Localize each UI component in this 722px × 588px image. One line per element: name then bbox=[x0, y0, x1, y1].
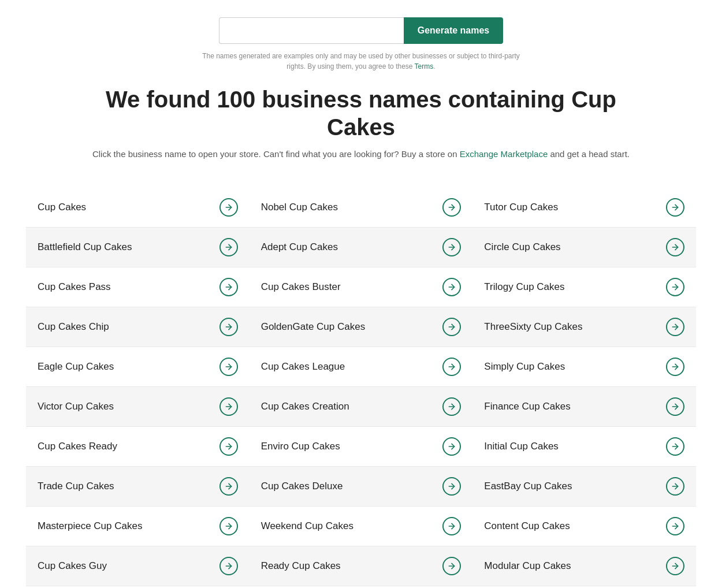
list-item[interactable]: ThreeSixty Cup Cakes bbox=[472, 307, 696, 347]
list-item[interactable]: Cup Cakes Guy bbox=[26, 546, 250, 586]
business-name: Cup Cakes Pass bbox=[38, 281, 111, 293]
business-name: Cup Cakes Ready bbox=[38, 441, 117, 452]
list-item[interactable]: Cup Cakes Pass bbox=[26, 267, 250, 307]
business-name: Cup Cakes Guy bbox=[38, 560, 107, 572]
business-name: Circle Cup Cakes bbox=[484, 241, 560, 253]
business-name: Cup Cakes Creation bbox=[261, 401, 349, 412]
business-name: Trade Cup Cakes bbox=[38, 481, 114, 492]
arrow-icon[interactable] bbox=[219, 278, 238, 296]
arrow-icon[interactable] bbox=[442, 557, 461, 575]
arrow-icon[interactable] bbox=[666, 397, 684, 416]
list-item[interactable]: Adept Cup Cakes bbox=[250, 228, 473, 267]
subtext: Click the business name to open your sto… bbox=[12, 149, 710, 159]
list-item[interactable]: GoldenGate Cup Cakes bbox=[250, 307, 473, 347]
arrow-icon[interactable] bbox=[442, 278, 461, 296]
search-row: Cup Cakes Generate names bbox=[12, 17, 710, 44]
business-name: Content Cup Cakes bbox=[484, 520, 570, 532]
business-name: EastBay Cup Cakes bbox=[484, 481, 572, 492]
arrow-icon[interactable] bbox=[666, 557, 684, 575]
arrow-icon[interactable] bbox=[442, 437, 461, 456]
list-item[interactable]: Nobel Cup Cakes bbox=[250, 188, 473, 228]
business-name: Enviro Cup Cakes bbox=[261, 441, 340, 452]
list-item[interactable]: EastBay Cup Cakes bbox=[472, 467, 696, 507]
arrow-icon[interactable] bbox=[442, 477, 461, 496]
arrow-icon[interactable] bbox=[666, 238, 684, 256]
business-name: Modular Cup Cakes bbox=[484, 560, 571, 572]
list-item[interactable]: Trilogy Cup Cakes bbox=[472, 267, 696, 307]
list-item[interactable]: Victor Cup Cakes bbox=[26, 387, 250, 427]
arrow-icon[interactable] bbox=[219, 437, 238, 456]
names-grid: Cup CakesNobel Cup CakesTutor Cup CakesB… bbox=[14, 188, 708, 588]
arrow-icon[interactable] bbox=[666, 318, 684, 336]
business-name: Simply Cup Cakes bbox=[484, 361, 565, 373]
arrow-icon[interactable] bbox=[442, 517, 461, 535]
arrow-icon[interactable] bbox=[219, 198, 238, 217]
arrow-icon[interactable] bbox=[219, 397, 238, 416]
business-name: Victor Cup Cakes bbox=[38, 401, 114, 412]
list-item[interactable]: Masterpiece Cup Cakes bbox=[26, 507, 250, 546]
business-name: Tutor Cup Cakes bbox=[484, 202, 558, 213]
arrow-icon[interactable] bbox=[442, 238, 461, 256]
list-item[interactable]: Cup Cakes Creation bbox=[250, 387, 473, 427]
arrow-icon[interactable] bbox=[666, 198, 684, 217]
list-item[interactable]: Cup Cakes bbox=[26, 188, 250, 228]
arrow-icon[interactable] bbox=[442, 198, 461, 217]
disclaimer-text: The names generated are examples only an… bbox=[199, 51, 523, 72]
arrow-icon[interactable] bbox=[219, 477, 238, 496]
list-item[interactable]: Battlefield Cup Cakes bbox=[26, 228, 250, 267]
list-item[interactable]: Ready Cup Cakes bbox=[250, 546, 473, 586]
arrow-icon[interactable] bbox=[666, 477, 684, 496]
business-name: Battlefield Cup Cakes bbox=[38, 241, 132, 253]
business-name: Cup Cakes bbox=[38, 202, 86, 213]
list-item[interactable]: Finance Cup Cakes bbox=[472, 387, 696, 427]
business-name: GoldenGate Cup Cakes bbox=[261, 321, 366, 333]
top-section: Cup Cakes Generate names The names gener… bbox=[0, 0, 722, 188]
business-name: Cup Cakes Deluxe bbox=[261, 481, 343, 492]
generate-button[interactable]: Generate names bbox=[404, 17, 504, 44]
arrow-icon[interactable] bbox=[219, 318, 238, 336]
list-item[interactable]: Initial Cup Cakes bbox=[472, 427, 696, 467]
business-name: Ready Cup Cakes bbox=[261, 560, 341, 572]
arrow-icon[interactable] bbox=[219, 238, 238, 256]
terms-link[interactable]: Terms bbox=[415, 62, 434, 70]
business-name: Masterpiece Cup Cakes bbox=[38, 520, 142, 532]
search-input[interactable]: Cup Cakes bbox=[219, 17, 404, 44]
list-item[interactable]: Cup Cakes League bbox=[250, 347, 473, 387]
list-item[interactable]: Eagle Cup Cakes bbox=[26, 347, 250, 387]
business-name: Cup Cakes League bbox=[261, 361, 345, 373]
arrow-icon[interactable] bbox=[219, 557, 238, 575]
arrow-icon[interactable] bbox=[442, 318, 461, 336]
business-name: Cup Cakes Chip bbox=[38, 321, 109, 333]
business-name: Trilogy Cup Cakes bbox=[484, 281, 564, 293]
business-name: Nobel Cup Cakes bbox=[261, 202, 338, 213]
list-item[interactable]: Modular Cup Cakes bbox=[472, 546, 696, 586]
arrow-icon[interactable] bbox=[666, 358, 684, 376]
list-item[interactable]: Cup Cakes Deluxe bbox=[250, 467, 473, 507]
business-name: ThreeSixty Cup Cakes bbox=[484, 321, 582, 333]
list-item[interactable]: Weekend Cup Cakes bbox=[250, 507, 473, 546]
list-item[interactable]: Simply Cup Cakes bbox=[472, 347, 696, 387]
business-name: Initial Cup Cakes bbox=[484, 441, 559, 452]
list-item[interactable]: Cup Cakes Ready bbox=[26, 427, 250, 467]
list-item[interactable]: Trade Cup Cakes bbox=[26, 467, 250, 507]
arrow-icon[interactable] bbox=[219, 517, 238, 535]
exchange-link[interactable]: Exchange Marketplace bbox=[460, 149, 548, 159]
business-name: Finance Cup Cakes bbox=[484, 401, 570, 412]
list-item[interactable]: Circle Cup Cakes bbox=[472, 228, 696, 267]
list-item[interactable]: Tutor Cup Cakes bbox=[472, 188, 696, 228]
list-item[interactable]: Cup Cakes Chip bbox=[26, 307, 250, 347]
business-name: Adept Cup Cakes bbox=[261, 241, 338, 253]
business-name: Cup Cakes Buster bbox=[261, 281, 341, 293]
arrow-icon[interactable] bbox=[666, 437, 684, 456]
business-name: Weekend Cup Cakes bbox=[261, 520, 353, 532]
page-headline: We found 100 business names containing C… bbox=[101, 85, 621, 141]
list-item[interactable]: Enviro Cup Cakes bbox=[250, 427, 473, 467]
list-item[interactable]: Content Cup Cakes bbox=[472, 507, 696, 546]
arrow-icon[interactable] bbox=[666, 517, 684, 535]
arrow-icon[interactable] bbox=[666, 278, 684, 296]
arrow-icon[interactable] bbox=[442, 397, 461, 416]
business-name: Eagle Cup Cakes bbox=[38, 361, 114, 373]
arrow-icon[interactable] bbox=[442, 358, 461, 376]
list-item[interactable]: Cup Cakes Buster bbox=[250, 267, 473, 307]
arrow-icon[interactable] bbox=[219, 358, 238, 376]
